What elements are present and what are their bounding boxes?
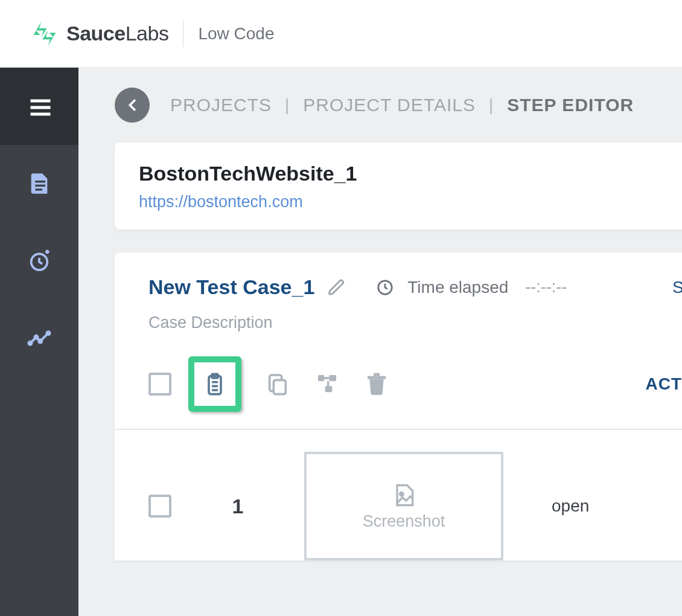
sidebar-item-projects[interactable] — [0, 145, 78, 222]
step-checkbox[interactable] — [148, 495, 171, 518]
svg-rect-4 — [35, 185, 45, 187]
clock-plus-icon — [27, 249, 51, 273]
svg-rect-17 — [273, 380, 285, 394]
copy-button[interactable] — [264, 371, 291, 397]
brand-logo[interactable]: SauceLabs — [31, 21, 168, 47]
svg-rect-21 — [368, 376, 386, 379]
product-name: Low Code — [198, 24, 274, 43]
time-elapsed-label: Time elapsed — [407, 278, 508, 297]
clock-icon — [376, 278, 394, 297]
action-column-header: ACT — [645, 374, 682, 394]
time-elapsed-value: --:--:-- — [525, 278, 567, 297]
back-button[interactable] — [115, 88, 150, 123]
flow-button[interactable] — [314, 371, 340, 397]
svg-point-7 — [29, 342, 32, 345]
project-card: BostonTechWebsite_1 https://bostontech.c… — [115, 143, 682, 229]
breadcrumb: PROJECTS | PROJECT DETAILS | STEP EDITOR — [78, 68, 682, 143]
clipboard-icon — [202, 371, 228, 397]
breadcrumb-sep: | — [489, 95, 494, 115]
image-icon — [390, 482, 417, 509]
svg-rect-5 — [35, 188, 42, 190]
step-action-partial[interactable]: open — [552, 496, 589, 516]
test-case-card: New Test Case_1 Time elapsed --:--:-- Se… — [115, 252, 682, 560]
paste-button-highlighted[interactable] — [188, 356, 241, 412]
select-all-checkbox[interactable] — [148, 373, 171, 396]
screenshot-thumbnail[interactable]: Screenshot — [304, 452, 503, 560]
breadcrumb-item-step-editor[interactable]: STEP EDITOR — [507, 95, 634, 115]
edit-icon[interactable] — [328, 278, 346, 297]
step-row: 1 Screenshot open — [115, 430, 682, 560]
trend-icon — [27, 326, 51, 350]
breadcrumb-item-project-details[interactable]: PROJECT DETAILS — [303, 95, 476, 115]
svg-rect-22 — [374, 373, 380, 376]
breadcrumb-item-projects[interactable]: PROJECTS — [170, 95, 272, 115]
document-icon — [27, 172, 51, 196]
project-url[interactable]: https://bostontech.com — [139, 193, 682, 211]
main-content: PROJECTS | PROJECT DETAILS | STEP EDITOR… — [78, 68, 682, 616]
select-partial[interactable]: Sele — [672, 278, 682, 297]
svg-point-9 — [39, 340, 42, 343]
svg-rect-3 — [35, 181, 45, 182]
menu-toggle[interactable] — [0, 68, 78, 145]
svg-rect-20 — [325, 386, 333, 392]
project-title: BostonTechWebsite_1 — [139, 162, 682, 185]
top-header: SauceLabs Low Code — [0, 0, 682, 68]
svg-point-10 — [47, 332, 50, 335]
delete-button[interactable] — [363, 371, 390, 397]
test-case-title[interactable]: New Test Case_1 — [148, 275, 314, 299]
sidebar — [0, 68, 78, 616]
screenshot-label: Screenshot — [363, 512, 445, 531]
sidebar-item-schedule[interactable] — [0, 222, 78, 300]
svg-rect-19 — [329, 375, 336, 381]
brand-name: SauceLabs — [66, 22, 168, 45]
saucelabs-logo-icon — [31, 21, 58, 47]
step-number: 1 — [196, 495, 280, 518]
case-description-input[interactable]: Case Description — [148, 313, 682, 332]
hamburger-icon — [27, 94, 51, 118]
svg-point-23 — [400, 492, 404, 496]
breadcrumb-sep: | — [285, 95, 290, 115]
svg-rect-18 — [318, 375, 324, 381]
steps-toolbar: ACT — [148, 356, 682, 412]
header-divider — [183, 21, 183, 47]
sidebar-item-analytics[interactable] — [0, 300, 78, 377]
svg-point-8 — [35, 336, 38, 339]
